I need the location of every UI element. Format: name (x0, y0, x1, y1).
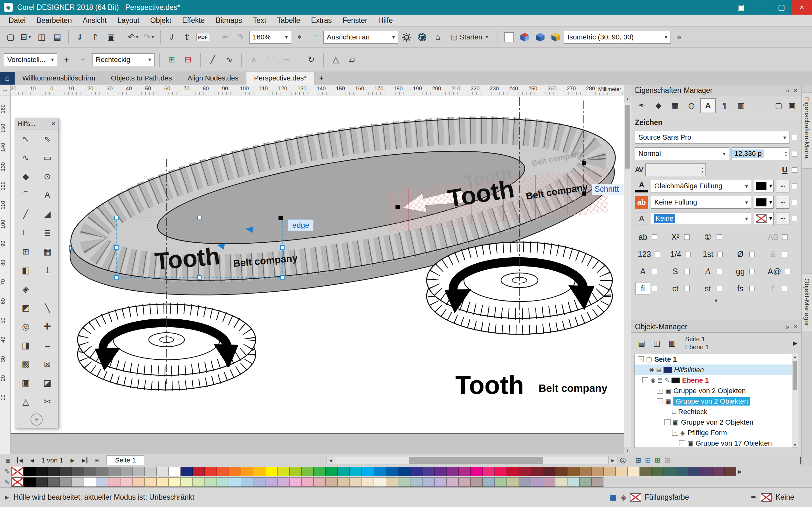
color-swatch[interactable] (23, 477, 36, 487)
color-swatch[interactable] (277, 467, 289, 476)
tree-row-group-selected[interactable]: − ▣ Gruppe von 2 Objekten (635, 396, 798, 406)
typography-checkbox[interactable] (685, 251, 691, 257)
upload-content-icon[interactable]: ⇧ (180, 30, 195, 45)
color-swatch[interactable] (241, 467, 253, 476)
restore-button[interactable]: ▢ (771, 0, 792, 15)
next-page-icon[interactable]: ▶ (67, 455, 78, 465)
color-swatch[interactable] (144, 477, 157, 487)
color-swatch[interactable] (531, 477, 543, 487)
color-swatch[interactable] (84, 477, 96, 487)
color-swatch[interactable] (253, 467, 265, 476)
color-swatch[interactable] (181, 477, 193, 487)
copy-icon[interactable]: ▣ (104, 30, 118, 45)
snap-to-select[interactable]: Ausrichten an ▼ (323, 31, 398, 44)
text-tool[interactable]: A (37, 186, 58, 205)
printable-icon[interactable]: ▤ (656, 367, 661, 373)
color-swatch[interactable] (446, 467, 458, 476)
menu-item[interactable]: Objekt (145, 15, 177, 27)
color-swatch[interactable] (120, 477, 132, 487)
typography-checkbox[interactable] (716, 286, 722, 291)
typography-button[interactable]: 123 (635, 248, 653, 261)
color-swatch[interactable] (289, 477, 301, 487)
color-swatch[interactable] (652, 467, 664, 476)
smart-fill-tool[interactable]: ◨ (15, 336, 37, 355)
color-swatch[interactable] (350, 467, 362, 476)
color-swatch[interactable] (72, 467, 84, 476)
color-swatch[interactable] (410, 477, 422, 487)
color-swatch[interactable] (169, 477, 181, 487)
typography-checkbox[interactable] (652, 286, 657, 291)
menu-item[interactable]: Ansicht (77, 15, 112, 27)
panel-close-icon[interactable]: × (794, 87, 797, 94)
font-style-select[interactable]: Normal ▼ (635, 147, 729, 160)
typography-checkbox[interactable] (716, 269, 722, 274)
scrollbar-thumb[interactable] (409, 457, 543, 464)
color-swatch[interactable] (144, 467, 157, 476)
typography-checkbox[interactable] (782, 234, 788, 240)
polygon-tool[interactable]: ◆ (15, 167, 37, 186)
rotate-handles-icon[interactable]: ↻ (304, 53, 319, 67)
scrollbar-track[interactable] (335, 456, 609, 464)
typography-button[interactable]: A (700, 265, 715, 278)
color-swatch[interactable] (350, 477, 362, 487)
new-document-icon[interactable]: ▢ (3, 30, 18, 45)
tree-row-page[interactable]: − ▢ Seite 1 (635, 354, 798, 364)
table-tool[interactable]: ⊞ (15, 242, 37, 261)
typography-button[interactable]: f (765, 282, 780, 295)
color-swatch[interactable] (495, 467, 507, 476)
typography-checkbox[interactable] (716, 234, 722, 240)
typography-checkbox[interactable] (684, 286, 690, 291)
typography-button[interactable]: ct (668, 282, 683, 295)
color-swatch[interactable] (471, 467, 483, 476)
menu-item[interactable]: Extras (306, 15, 337, 27)
color-swatch[interactable] (48, 477, 60, 487)
symmetric-node-icon[interactable]: ∽ (279, 53, 294, 67)
color-swatch[interactable] (519, 467, 531, 476)
tree-row-layer[interactable]: − ◉ ▤ ✎ Ebene 1 (635, 375, 798, 386)
color-swatch[interactable] (567, 477, 579, 487)
vertical-ruler[interactable]: 160150140130120110100908070605040302010 (0, 96, 11, 454)
color-swatch[interactable] (531, 467, 543, 476)
tree-row-guides-layer[interactable]: ◉ ▤ Hilfslinien (635, 364, 798, 375)
options-gear-icon[interactable] (399, 30, 414, 45)
page-sorter-icon[interactable]: ▦ (3, 455, 13, 465)
typography-button[interactable]: A (635, 265, 650, 278)
new-tab-icon[interactable]: + (314, 72, 328, 84)
outline-properties-icon[interactable]: ✒ (634, 98, 649, 113)
typography-checkbox[interactable] (785, 269, 790, 274)
horizontal-ruler[interactable]: 2010010203040506070809010011012013014015… (11, 84, 624, 96)
pan-tool[interactable]: ✚ (37, 317, 58, 336)
color-swatch[interactable] (434, 477, 446, 487)
projection-cube-blue-icon[interactable] (533, 30, 548, 45)
color-swatch[interactable] (410, 467, 422, 476)
projection-cube-red-icon[interactable] (517, 30, 532, 45)
frame-properties-icon[interactable]: ▥ (734, 98, 749, 113)
no-color-swatch[interactable] (11, 477, 23, 487)
color-swatch[interactable] (579, 467, 591, 476)
page-tab[interactable]: Seite 1 (107, 455, 144, 465)
typography-checkbox[interactable] (684, 269, 690, 274)
show-object-properties-icon[interactable]: ◫ (650, 336, 664, 350)
dimension-tool[interactable]: ↔ (37, 336, 58, 355)
welcome-home-icon[interactable]: ⌂ (0, 72, 15, 84)
typography-button[interactable]: fi (635, 282, 650, 295)
color-swatch[interactable] (567, 467, 579, 476)
color-swatch[interactable] (398, 477, 410, 487)
visibility-eye-icon[interactable]: ◉ (650, 377, 655, 384)
panel-expand-icon[interactable]: ▼ (631, 298, 801, 304)
status-expand-icon[interactable]: ▶ (5, 494, 9, 500)
first-page-icon[interactable]: ◀ (15, 455, 25, 465)
pick-tool[interactable]: ↖ (15, 129, 37, 148)
color-swatch[interactable] (579, 477, 591, 487)
zoom-tool[interactable]: ◎ (15, 317, 37, 336)
minimize-button[interactable]: — (751, 0, 771, 15)
color-swatch[interactable] (289, 467, 301, 476)
toolbox-titlebar[interactable]: Hilfs... × (15, 118, 58, 129)
layer-color-swatch[interactable] (664, 367, 672, 373)
typography-checkbox[interactable] (782, 251, 787, 257)
keep-lines-icon[interactable]: △ (328, 53, 343, 67)
scrollbar-thumb[interactable] (625, 105, 630, 169)
color-swatch[interactable] (60, 477, 72, 487)
color-swatch[interactable] (36, 477, 48, 487)
background-fill-select[interactable]: Keine Füllung ▼ (651, 196, 751, 209)
